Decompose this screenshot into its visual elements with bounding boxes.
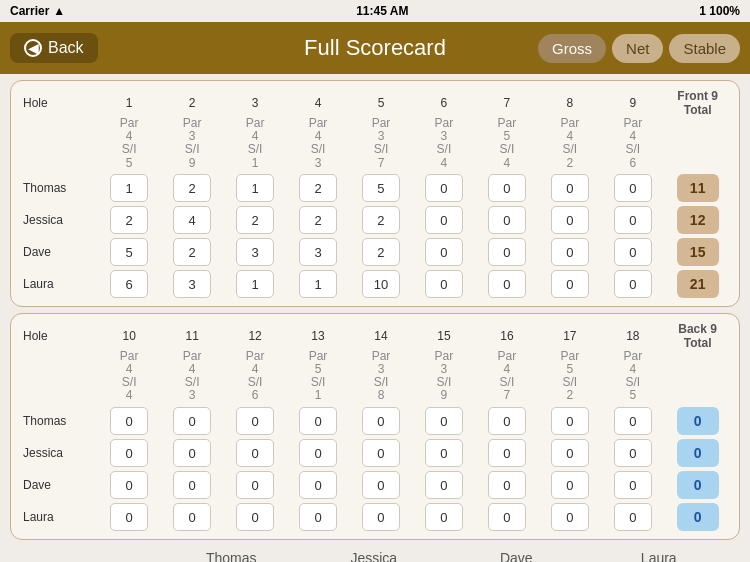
front9-score-1-2[interactable]: 2	[224, 204, 287, 236]
back9-score-2-7[interactable]: 0	[538, 469, 601, 501]
front9-score-3-8[interactable]: 0	[601, 268, 664, 300]
front9-score-2-2[interactable]: 3	[224, 236, 287, 268]
back9-score-2-8[interactable]: 0	[601, 469, 664, 501]
back9-par-row: Par4S/I4 Par4S/I3 Par4S/I6 Par5S/I1 Par3…	[19, 350, 731, 405]
full-total-name-1: Jessica	[350, 550, 397, 563]
back9-score-0-5[interactable]: 0	[412, 405, 475, 437]
front9-hole-4: 4	[287, 87, 350, 117]
player-name-back9-0: Thomas	[19, 405, 98, 437]
front9-hole-1: 1	[98, 87, 161, 117]
front9-score-1-5[interactable]: 0	[412, 204, 475, 236]
front9-score-3-4[interactable]: 10	[350, 268, 413, 300]
back9-score-2-5[interactable]: 0	[412, 469, 475, 501]
front9-score-1-3[interactable]: 2	[287, 204, 350, 236]
back9-score-2-1[interactable]: 0	[161, 469, 224, 501]
back9-score-1-6[interactable]: 0	[475, 437, 538, 469]
front9-score-2-3[interactable]: 3	[287, 236, 350, 268]
front9-score-3-3[interactable]: 1	[287, 268, 350, 300]
back9-score-3-7[interactable]: 0	[538, 501, 601, 533]
back9-score-3-1[interactable]: 0	[161, 501, 224, 533]
front9-score-1-0[interactable]: 2	[98, 204, 161, 236]
back9-total-1: 0	[664, 437, 731, 469]
front9-score-2-1[interactable]: 2	[161, 236, 224, 268]
player-name-back9-3: Laura	[19, 501, 98, 533]
front9-hole-5: 5	[350, 87, 413, 117]
back9-score-1-7[interactable]: 0	[538, 437, 601, 469]
back9-score-1-2[interactable]: 0	[224, 437, 287, 469]
front9-score-0-1[interactable]: 2	[161, 172, 224, 204]
front9-par-7: Par5S/I4	[475, 117, 538, 172]
back9-score-0-0[interactable]: 0	[98, 405, 161, 437]
gross-button[interactable]: Gross	[538, 34, 606, 63]
stable-button[interactable]: Stable	[669, 34, 740, 63]
front9-score-0-3[interactable]: 2	[287, 172, 350, 204]
back9-player-row: Dave0000000000	[19, 469, 731, 501]
front9-score-0-7[interactable]: 0	[538, 172, 601, 204]
back9-score-1-3[interactable]: 0	[287, 437, 350, 469]
front9-score-3-7[interactable]: 0	[538, 268, 601, 300]
back9-score-0-2[interactable]: 0	[224, 405, 287, 437]
front9-score-2-4[interactable]: 2	[350, 236, 413, 268]
back9-hole-14: 14	[350, 320, 413, 350]
front9-score-0-8[interactable]: 0	[601, 172, 664, 204]
front9-score-2-7[interactable]: 0	[538, 236, 601, 268]
back9-score-3-3[interactable]: 0	[287, 501, 350, 533]
back-button[interactable]: ◀ Back	[10, 33, 98, 63]
front9-score-1-7[interactable]: 0	[538, 204, 601, 236]
back9-score-0-6[interactable]: 0	[475, 405, 538, 437]
back9-hole-15: 15	[412, 320, 475, 350]
back9-score-1-1[interactable]: 0	[161, 437, 224, 469]
front9-score-2-8[interactable]: 0	[601, 236, 664, 268]
front9-score-3-1[interactable]: 3	[161, 268, 224, 300]
back9-par-17: Par5S/I2	[538, 350, 601, 405]
front9-score-3-2[interactable]: 1	[224, 268, 287, 300]
front9-score-1-8[interactable]: 0	[601, 204, 664, 236]
back9-score-0-8[interactable]: 0	[601, 405, 664, 437]
page-title: Full Scorecard	[304, 35, 446, 61]
back9-par-11: Par4S/I3	[161, 350, 224, 405]
back9-total-header: Back 9Total	[664, 320, 731, 350]
net-button[interactable]: Net	[612, 34, 663, 63]
back9-score-3-4[interactable]: 0	[350, 501, 413, 533]
back9-score-1-4[interactable]: 0	[350, 437, 413, 469]
back9-score-2-3[interactable]: 0	[287, 469, 350, 501]
front9-score-3-5[interactable]: 0	[412, 268, 475, 300]
front9-score-0-4[interactable]: 5	[350, 172, 413, 204]
back9-score-3-6[interactable]: 0	[475, 501, 538, 533]
back9-score-2-0[interactable]: 0	[98, 469, 161, 501]
back9-par-16: Par4S/I7	[475, 350, 538, 405]
back9-score-0-7[interactable]: 0	[538, 405, 601, 437]
back9-total-0: 0	[664, 405, 731, 437]
back9-score-3-5[interactable]: 0	[412, 501, 475, 533]
back9-par-12: Par4S/I6	[224, 350, 287, 405]
front9-score-0-6[interactable]: 0	[475, 172, 538, 204]
player-name-back9-1: Jessica	[19, 437, 98, 469]
front9-player-row: Thomas12125000011	[19, 172, 731, 204]
back9-score-0-3[interactable]: 0	[287, 405, 350, 437]
back9-score-1-0[interactable]: 0	[98, 437, 161, 469]
back9-score-3-2[interactable]: 0	[224, 501, 287, 533]
front9-player-row: Dave52332000015	[19, 236, 731, 268]
back9-score-1-8[interactable]: 0	[601, 437, 664, 469]
back9-score-3-8[interactable]: 0	[601, 501, 664, 533]
full-total-name-3: Laura	[641, 550, 677, 563]
front9-score-1-1[interactable]: 4	[161, 204, 224, 236]
back9-score-0-1[interactable]: 0	[161, 405, 224, 437]
front9-score-2-6[interactable]: 0	[475, 236, 538, 268]
back9-score-2-2[interactable]: 0	[224, 469, 287, 501]
back9-score-2-4[interactable]: 0	[350, 469, 413, 501]
back9-score-0-4[interactable]: 0	[350, 405, 413, 437]
front9-score-1-4[interactable]: 2	[350, 204, 413, 236]
full-total-player-2: Dave15	[466, 550, 566, 563]
front9-score-3-0[interactable]: 6	[98, 268, 161, 300]
back9-score-2-6[interactable]: 0	[475, 469, 538, 501]
front9-score-1-6[interactable]: 0	[475, 204, 538, 236]
front9-score-2-0[interactable]: 5	[98, 236, 161, 268]
back9-score-3-0[interactable]: 0	[98, 501, 161, 533]
front9-score-0-0[interactable]: 1	[98, 172, 161, 204]
front9-score-0-5[interactable]: 0	[412, 172, 475, 204]
front9-score-2-5[interactable]: 0	[412, 236, 475, 268]
front9-score-0-2[interactable]: 1	[224, 172, 287, 204]
back9-score-1-5[interactable]: 0	[412, 437, 475, 469]
front9-score-3-6[interactable]: 0	[475, 268, 538, 300]
